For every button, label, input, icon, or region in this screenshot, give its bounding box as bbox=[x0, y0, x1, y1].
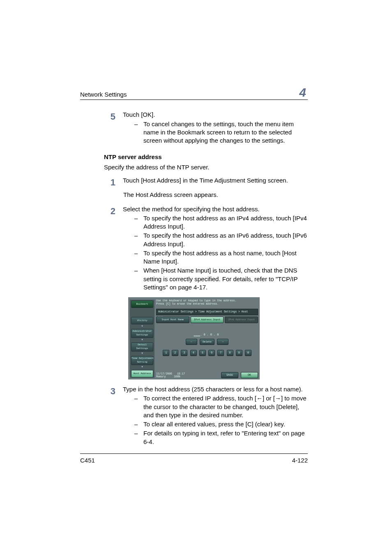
step5-bullet: –To cancel changes to the settings, touc… bbox=[134, 120, 308, 145]
footer-model: C451 bbox=[80, 456, 95, 465]
digit-0[interactable]: 0 bbox=[245, 350, 251, 356]
section-title: Network Settings bbox=[80, 90, 127, 99]
arrow-down-icon: ▼ bbox=[130, 325, 154, 328]
time-adjustment-tab[interactable]: Time Adjustment Setting bbox=[131, 356, 153, 365]
undo-button[interactable]: Undo bbox=[221, 372, 238, 378]
digit-3[interactable]: 3 bbox=[181, 350, 187, 356]
digit-1[interactable]: 1 bbox=[163, 350, 169, 356]
cursor-right-button[interactable]: → bbox=[217, 339, 228, 345]
step3-b2: –To clear all entered values, press the … bbox=[134, 420, 308, 428]
digit-5[interactable]: 5 bbox=[199, 350, 206, 356]
step3-b1: –To correct the entered IP address, touc… bbox=[134, 394, 308, 419]
screenshot-sidebar: Bookmark Utility ▼ Administrator Setting… bbox=[130, 300, 154, 378]
step-number: 5 bbox=[104, 111, 115, 123]
ip-display: ___.0.0.0 bbox=[156, 333, 258, 337]
status-info: 11/17/2006 18:17 Memory 100% bbox=[156, 372, 185, 378]
admin-settings-tab[interactable]: Administrator Settings bbox=[131, 329, 153, 338]
ipv4-input-tab[interactable]: IPv4 Address Input bbox=[191, 317, 224, 323]
page-footer: C451 4-122 bbox=[80, 453, 308, 465]
delete-button[interactable]: Delete bbox=[200, 339, 214, 345]
ip-cursor-controls: ← Delete → bbox=[156, 339, 258, 345]
arrow-down-icon: ▼ bbox=[130, 338, 154, 342]
step2-b1: –To specify the host address as an IPv4 … bbox=[134, 214, 308, 231]
step-number: 3 bbox=[104, 385, 115, 398]
step-5: 5 Touch [OK]. –To cancel changes to the … bbox=[104, 111, 308, 146]
step1-line1: Touch [Host Address] in the Time Adjustm… bbox=[123, 176, 308, 185]
utility-tab[interactable]: Utility bbox=[131, 317, 153, 324]
screenshot-status-bar: 11/17/2006 18:17 Memory 100% Undo OK bbox=[156, 372, 258, 378]
step-number: 2 bbox=[104, 205, 115, 217]
cursor-left-button[interactable]: ← bbox=[186, 339, 197, 345]
step-number: 1 bbox=[104, 176, 115, 189]
step-1: 1 Touch [Host Address] in the Time Adjus… bbox=[104, 176, 308, 189]
detail-settings-tab[interactable]: Detail Settings bbox=[131, 342, 153, 352]
step3-b3: –For details on typing in text, refer to… bbox=[134, 429, 308, 446]
screenshot-main: Use the keyboard or keypad to type in th… bbox=[156, 299, 258, 370]
arrow-down-icon: ▼ bbox=[130, 352, 154, 355]
digit-7[interactable]: 7 bbox=[217, 350, 224, 356]
step-2: 2 Select the method for specifying the h… bbox=[104, 205, 308, 293]
input-mode-tabs: Input Host Name IPv4 Address Input IPv6 … bbox=[156, 317, 258, 323]
ntp-section-heading: NTP server address bbox=[104, 153, 308, 161]
screenshot-breadcrumb: Administrator Settings > Time Adjustment… bbox=[156, 309, 258, 315]
digit-9[interactable]: 9 bbox=[236, 350, 242, 356]
numpad-row: 1 2 3 4 5 6 7 8 9 0 bbox=[156, 350, 258, 356]
help-line2: Press [C] to erase the entered address. bbox=[156, 303, 258, 305]
digit-6[interactable]: 6 bbox=[208, 350, 215, 356]
step2-text: Select the method for specifying the hos… bbox=[123, 205, 308, 213]
device-screenshot: Bookmark Utility ▼ Administrator Setting… bbox=[128, 297, 260, 379]
step3-text: Type in the host address (255 characters… bbox=[123, 385, 308, 393]
step1-line2: The Host Address screen appears. bbox=[123, 191, 308, 199]
chapter-number: 4 bbox=[299, 86, 308, 99]
digit-4[interactable]: 4 bbox=[190, 350, 197, 356]
bookmark-tab[interactable]: Bookmark bbox=[131, 301, 153, 308]
step2-b2: –To specify the host address as an IPv6 … bbox=[134, 231, 308, 248]
ntp-intro: Specify the address of the NTP server. bbox=[104, 163, 308, 171]
footer-page: 4-122 bbox=[292, 456, 308, 465]
step2-b3: –To specify the host address as a host n… bbox=[134, 249, 308, 266]
ipv6-input-tab[interactable]: IPv6 Address Input bbox=[225, 317, 258, 323]
digit-8[interactable]: 8 bbox=[227, 350, 233, 356]
help-line1: Use the keyboard or keypad to type in th… bbox=[156, 299, 258, 302]
ok-button[interactable]: OK bbox=[241, 372, 258, 378]
arrow-down-icon: ▼ bbox=[130, 365, 154, 369]
step-text: Touch [OK]. bbox=[123, 111, 308, 119]
digit-2[interactable]: 2 bbox=[172, 350, 178, 356]
host-address-tab[interactable]: Host Address bbox=[131, 370, 153, 377]
step2-b4: –When [Host Name Input] is touched, chec… bbox=[134, 266, 308, 291]
step-3: 3 Type in the host address (255 characte… bbox=[104, 385, 308, 447]
input-host-name-tab[interactable]: Input Host Name bbox=[156, 317, 189, 323]
page-header: Network Settings 4 bbox=[80, 86, 308, 100]
